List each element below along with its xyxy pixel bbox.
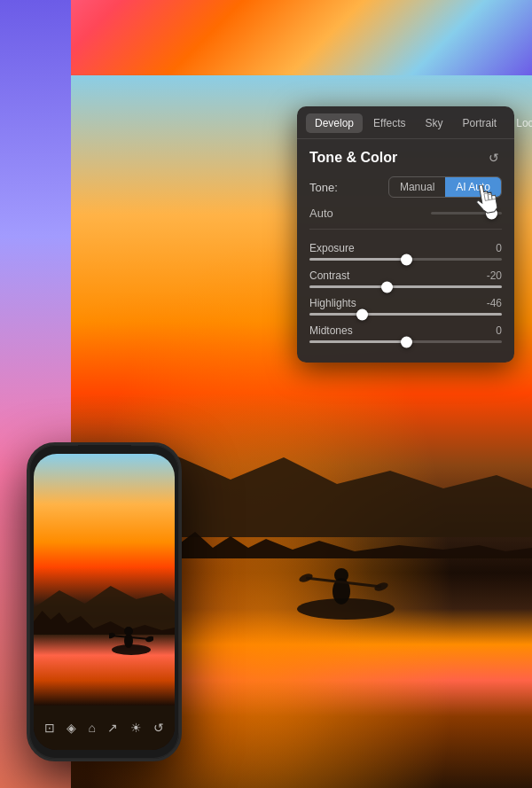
svg-point-4: [298, 573, 314, 584]
exposure-thumb[interactable]: [401, 254, 412, 265]
midtones-slider-row: Midtones 0: [309, 324, 502, 343]
tab-sky[interactable]: Sky: [417, 113, 452, 133]
svg-point-13: [109, 632, 116, 639]
midtones-value: 0: [480, 324, 502, 337]
contrast-value: -20: [480, 269, 502, 282]
highlights-fill-right: [362, 313, 502, 316]
midtones-thumb[interactable]: [401, 336, 412, 347]
panel-title: Tone & Color: [309, 150, 397, 166]
tone-color-panel: Develop Effects Sky Portrait Local Tone …: [297, 106, 514, 363]
highlights-fill: [309, 313, 362, 316]
exposure-fill: [309, 258, 406, 261]
panel-header: Tone & Color ↺: [309, 150, 502, 166]
tab-local[interactable]: Local: [507, 113, 532, 133]
tab-effects[interactable]: Effects: [364, 113, 414, 133]
contrast-fill: [309, 285, 387, 288]
manual-button[interactable]: Manual: [389, 177, 445, 197]
exposure-label: Exposure: [309, 242, 355, 254]
phone-screen: ‹ ↩ ↪ ↑ ⋮: [34, 454, 175, 750]
auto-row: Auto: [309, 207, 502, 230]
tab-develop[interactable]: Develop: [306, 113, 363, 133]
contrast-slider-header: Contrast -20: [309, 269, 502, 282]
midtones-slider-header: Midtones 0: [309, 324, 502, 337]
tab-portrait[interactable]: Portrait: [454, 113, 506, 133]
highlights-thumb[interactable]: [356, 308, 368, 320]
share-icon[interactable]: ↗: [107, 721, 118, 735]
phone-photo: [34, 454, 175, 706]
tone-buttons: Manual AI Auto: [388, 176, 502, 198]
highlights-track[interactable]: [309, 313, 502, 316]
exposure-value: 0: [480, 242, 502, 254]
midtones-track[interactable]: [309, 340, 502, 343]
main-kayak-figure: [293, 511, 399, 644]
tone-row: Tone: Manual AI Auto: [309, 176, 502, 198]
panel-content: Tone & Color ↺ Tone: Manual AI Auto Auto…: [297, 139, 514, 363]
adjust-icon[interactable]: ⌂: [89, 721, 96, 735]
exposure-slider-row: Exposure 0: [309, 242, 502, 261]
tone-label: Tone:: [309, 181, 338, 194]
tab-bar: Develop Effects Sky Portrait Local: [297, 106, 514, 139]
light-icon[interactable]: ☀: [130, 721, 142, 735]
highlights-slider-header: Highlights -46: [309, 297, 502, 309]
contrast-label: Contrast: [309, 269, 349, 282]
auto-label: Auto: [309, 207, 333, 220]
highlights-value: -46: [480, 297, 502, 309]
phone-bottom-bar: ⊡ ◈ ⌂ ↗ ☀ ↺: [34, 706, 175, 750]
filter-icon[interactable]: ◈: [66, 721, 76, 735]
exposure-slider-header: Exposure 0: [309, 242, 502, 254]
undo-icon[interactable]: ↺: [153, 721, 164, 735]
midtones-label: Midtones: [309, 324, 353, 337]
phone-mockup: ‹ ↩ ↪ ↑ ⋮: [27, 442, 182, 761]
highlights-slider-row: Highlights -46: [309, 297, 502, 316]
svg-point-11: [124, 627, 133, 636]
svg-point-10: [124, 634, 133, 648]
ai-auto-button[interactable]: AI Auto: [445, 177, 501, 197]
contrast-slider-row: Contrast -20: [309, 269, 502, 288]
svg-point-14: [145, 636, 154, 643]
midtones-fill: [309, 340, 406, 343]
highlights-label: Highlights: [309, 297, 356, 309]
contrast-thumb[interactable]: [381, 281, 393, 293]
top-color-strip: [0, 0, 532, 75]
phone-outer: ‹ ↩ ↪ ↑ ⋮: [27, 442, 182, 761]
contrast-track[interactable]: [309, 285, 502, 288]
crop-icon[interactable]: ⊡: [44, 721, 55, 735]
svg-point-5: [373, 581, 389, 593]
phone-notch: [78, 445, 131, 452]
exposure-track[interactable]: [309, 258, 502, 261]
contrast-fill-right: [387, 285, 502, 288]
reset-button[interactable]: ↺: [486, 150, 502, 166]
